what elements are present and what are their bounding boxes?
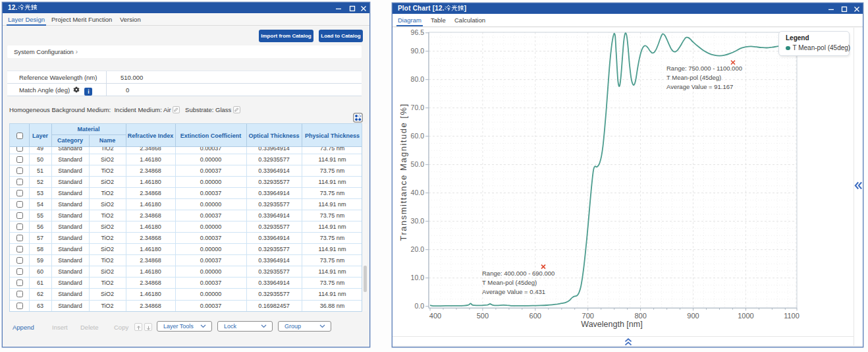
svg-text:Average Value = 0.431: Average Value = 0.431 (482, 288, 545, 295)
svg-text:1000: 1000 (738, 312, 753, 320)
svg-text:80.0: 80.0 (411, 75, 425, 83)
svg-text:Range: 400.000 - 690.000: Range: 400.000 - 690.000 (482, 270, 555, 277)
svg-text:0.0: 0.0 (414, 302, 424, 310)
svg-text:Wavelength [nm]: Wavelength [nm] (581, 320, 642, 329)
svg-text:90.0: 90.0 (411, 47, 425, 55)
svg-text:70.0: 70.0 (411, 103, 425, 111)
svg-text:T Mean-pol (45deg): T Mean-pol (45deg) (482, 279, 537, 286)
svg-text:10.0: 10.0 (411, 274, 425, 281)
svg-text:30.0: 30.0 (411, 217, 425, 225)
svg-text:700: 700 (582, 312, 594, 320)
svg-text:50.0: 50.0 (411, 160, 425, 168)
svg-text:Transmittance Magnitude [%]: Transmittance Magnitude [%] (398, 103, 408, 241)
svg-text:T Mean-pol (45deg): T Mean-pol (45deg) (666, 74, 721, 81)
svg-text:Average Value = 91.167: Average Value = 91.167 (666, 83, 733, 90)
svg-text:600: 600 (529, 312, 541, 320)
svg-text:40.0: 40.0 (411, 189, 425, 196)
svg-text:96.5: 96.5 (411, 28, 425, 36)
svg-text:900: 900 (687, 312, 699, 320)
svg-text:800: 800 (634, 312, 646, 320)
svg-text:500: 500 (477, 312, 489, 320)
svg-text:1100: 1100 (784, 312, 800, 320)
svg-text:60.0: 60.0 (411, 132, 425, 140)
svg-text:Range: 750.000 - 1100.000: Range: 750.000 - 1100.000 (666, 65, 742, 72)
svg-text:20.0: 20.0 (411, 245, 425, 253)
svg-text:400: 400 (429, 312, 441, 320)
